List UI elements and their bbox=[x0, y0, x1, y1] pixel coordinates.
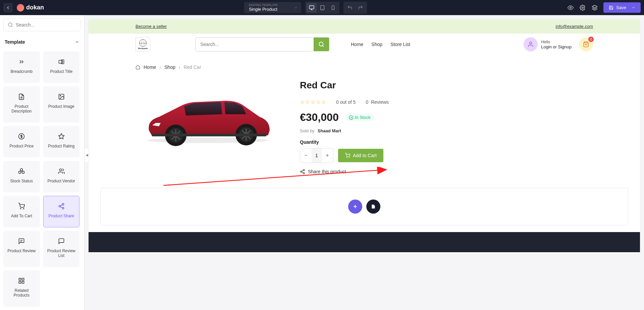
preview-icon[interactable] bbox=[567, 4, 574, 11]
widget-label: Product Rating bbox=[48, 144, 74, 148]
layers-icon[interactable] bbox=[591, 4, 598, 11]
redo-button[interactable] bbox=[356, 3, 366, 12]
save-button[interactable]: Save bbox=[603, 2, 641, 13]
nav-shop[interactable]: Shop bbox=[371, 42, 382, 47]
qty-increase[interactable]: + bbox=[322, 148, 333, 163]
svg-point-8 bbox=[582, 7, 584, 8]
svg-point-10 bbox=[8, 23, 12, 27]
qty-input[interactable] bbox=[312, 148, 322, 163]
svg-point-59 bbox=[301, 171, 302, 172]
boxes-icon bbox=[18, 167, 25, 175]
add-to-cart-button[interactable]: Add to Cart bbox=[338, 149, 383, 162]
widget-product-review-list[interactable]: Product Review List bbox=[43, 231, 80, 267]
grid-icon bbox=[18, 277, 25, 285]
template-selector[interactable]: EDITING TEMPLATE Single Product bbox=[244, 2, 301, 13]
nav-store-list[interactable]: Store List bbox=[390, 42, 410, 47]
breadcrumb-shop[interactable]: Shop bbox=[164, 64, 175, 70]
product-title: Red Car bbox=[300, 80, 593, 91]
widgets-sidebar: Template BreadcrumbProduct TitleProduct … bbox=[0, 15, 85, 310]
users-icon bbox=[58, 167, 65, 175]
back-button[interactable] bbox=[3, 3, 13, 12]
dokan-logo: dokan bbox=[17, 4, 44, 11]
star-icon: ☆ bbox=[311, 99, 315, 105]
settings-icon[interactable] bbox=[579, 4, 586, 11]
widget-add-to-cart[interactable]: Add To Cart bbox=[3, 196, 40, 227]
section-toggle-template[interactable]: Template bbox=[3, 37, 81, 47]
widget-label: Product Share bbox=[48, 214, 74, 218]
widget-product-share[interactable]: Product Share bbox=[43, 196, 80, 227]
avatar[interactable] bbox=[524, 37, 538, 51]
widget-search[interactable] bbox=[3, 18, 81, 31]
widget-stock-status[interactable]: Stock Status bbox=[3, 161, 40, 192]
svg-line-62 bbox=[302, 170, 304, 171]
site-footer bbox=[89, 232, 640, 252]
add-block-placeholder bbox=[100, 188, 628, 225]
contact-email-link[interactable]: info@example.com bbox=[556, 24, 593, 29]
widget-label: Product Title bbox=[50, 69, 72, 74]
widget-label: Product Image bbox=[48, 104, 74, 109]
widget-product-review[interactable]: Product Review bbox=[3, 231, 40, 267]
svg-point-38 bbox=[530, 42, 532, 44]
star-icon: ☆ bbox=[305, 99, 310, 105]
search-input[interactable] bbox=[16, 22, 76, 28]
save-label: Save bbox=[616, 5, 626, 10]
main-nav: HomeShopStore List bbox=[351, 42, 410, 47]
widget-product-description[interactable]: Product Description bbox=[3, 86, 40, 123]
reviews-count: 0 bbox=[366, 99, 368, 105]
undo-button[interactable] bbox=[345, 3, 355, 12]
nav-home[interactable]: Home bbox=[351, 42, 363, 47]
quantity-label: Quantity bbox=[300, 139, 593, 145]
rating-stars: ☆ ☆ ☆ ☆ ☆ bbox=[300, 99, 326, 105]
sidebar-collapse-handle[interactable]: ◀ bbox=[85, 148, 89, 163]
reviews-label: Reviews bbox=[371, 99, 389, 105]
add-element-button[interactable] bbox=[348, 200, 362, 214]
chevron-down-icon bbox=[632, 6, 635, 9]
site-search-button[interactable] bbox=[314, 38, 329, 51]
widget-label: Product Vendor bbox=[47, 179, 75, 183]
svg-rect-34 bbox=[22, 281, 24, 283]
svg-marker-9 bbox=[592, 5, 597, 8]
widget-breadcrumb[interactable]: Breadcrumb bbox=[3, 51, 40, 83]
widget-label: Product Review List bbox=[46, 249, 77, 258]
breadcrumb-home[interactable]: Home bbox=[144, 64, 156, 70]
svg-point-57 bbox=[349, 157, 350, 158]
section-title: Template bbox=[5, 39, 25, 45]
cart-icon bbox=[18, 202, 25, 210]
star-icon: ☆ bbox=[321, 99, 326, 105]
device-tablet[interactable] bbox=[317, 3, 327, 12]
widget-label: Breadcrumb bbox=[11, 69, 33, 74]
svg-rect-55 bbox=[152, 134, 266, 136]
header-cart-button[interactable]: 0 bbox=[579, 37, 593, 51]
svg-point-23 bbox=[20, 209, 21, 209]
paste-element-button[interactable] bbox=[366, 200, 380, 214]
svg-line-61 bbox=[302, 172, 304, 173]
login-link[interactable]: Login or Signup bbox=[541, 44, 572, 49]
device-desktop[interactable] bbox=[307, 3, 317, 12]
logo-mark-icon bbox=[17, 4, 24, 11]
svg-point-7 bbox=[570, 7, 572, 8]
cart-count-badge: 0 bbox=[588, 37, 594, 42]
widget-product-price[interactable]: Product Price bbox=[3, 126, 40, 158]
template-label: EDITING TEMPLATE bbox=[249, 3, 297, 7]
qty-decrease[interactable]: − bbox=[300, 148, 312, 163]
device-switcher bbox=[305, 2, 339, 14]
svg-point-26 bbox=[59, 206, 60, 207]
device-mobile[interactable] bbox=[328, 3, 338, 12]
vendor-link[interactable]: Shaad Mart bbox=[318, 128, 341, 133]
globe-icon bbox=[139, 39, 147, 47]
become-seller-link[interactable]: Become a seller bbox=[136, 24, 167, 29]
cart-icon bbox=[345, 153, 350, 158]
home-icon bbox=[136, 65, 140, 70]
widget-product-rating[interactable]: Product Rating bbox=[43, 126, 80, 158]
widget-product-image[interactable]: Product Image bbox=[43, 86, 80, 123]
widget-product-title[interactable]: Product Title bbox=[43, 51, 80, 83]
svg-point-60 bbox=[303, 173, 305, 174]
store-logo[interactable]: Morkppde bbox=[136, 37, 150, 52]
widget-related-products[interactable]: Related Products bbox=[3, 270, 40, 307]
site-search-input[interactable] bbox=[196, 38, 314, 51]
svg-point-58 bbox=[303, 169, 305, 171]
chevrons-right-icon bbox=[18, 58, 25, 66]
widget-label: Product Review bbox=[7, 249, 36, 253]
share-product[interactable]: Share this product bbox=[300, 169, 593, 174]
widget-product-vendor[interactable]: Product Vendor bbox=[43, 161, 80, 192]
